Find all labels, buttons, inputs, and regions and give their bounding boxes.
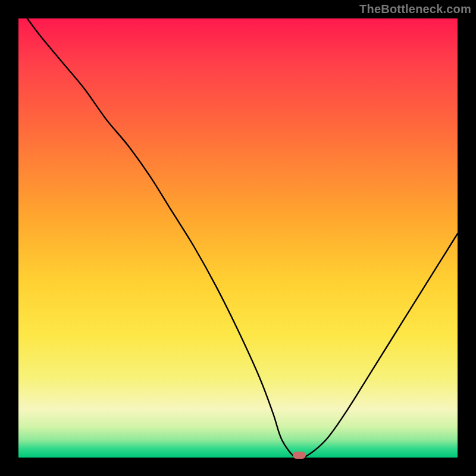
bottleneck-curve: [18, 18, 458, 458]
chart-container: TheBottleneck.com: [0, 0, 476, 476]
watermark-label: TheBottleneck.com: [359, 2, 471, 16]
bottleneck-curve-path: [27, 18, 458, 458]
plot-area: [18, 18, 458, 458]
optimal-marker: [293, 452, 306, 459]
